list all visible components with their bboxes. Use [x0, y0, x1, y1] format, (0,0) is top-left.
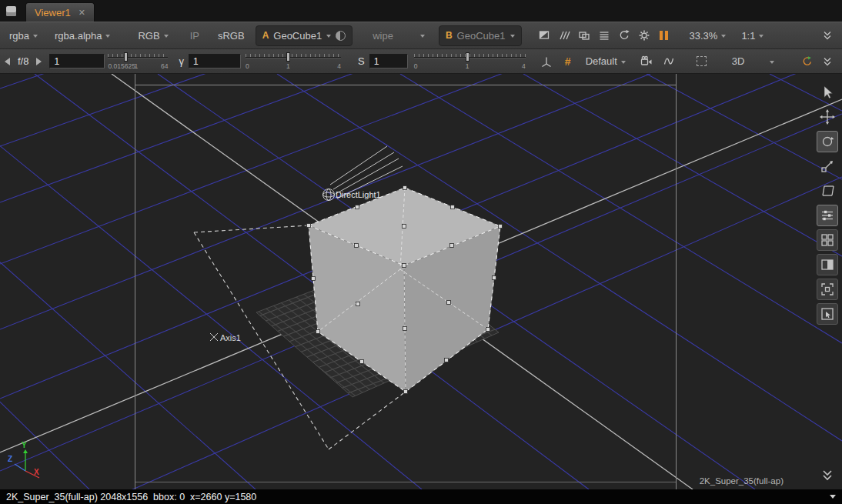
- tab-viewer1[interactable]: Viewer1 ✕: [25, 2, 95, 22]
- next-downrez-icon[interactable]: [36, 58, 42, 65]
- gamma-track: [246, 57, 341, 58]
- scene-svg: DirectLight1 Axis1 Y X Z 2K_Super_35(ful…: [0, 74, 842, 489]
- gain-min-label: 0.015625: [108, 62, 135, 70]
- gain-handle[interactable]: [124, 52, 128, 62]
- wipe-mode-label: wipe: [373, 30, 393, 42]
- toolbar2-overflow-chevron-icon[interactable]: [817, 52, 837, 71]
- stereo-mode-dropdown[interactable]: Default: [581, 53, 630, 69]
- gnomon-y-label: Y: [22, 441, 27, 449]
- gamma-mid-label: 1: [286, 62, 290, 70]
- gain-input[interactable]: 1: [49, 54, 105, 68]
- viewport-3d[interactable]: DirectLight1 Axis1 Y X Z 2K_Super_35(ful…: [0, 74, 842, 489]
- frame-selection-icon[interactable]: [817, 279, 838, 300]
- viewer-toolbar-top: rgba rgba.alpha RGB IP sRGB A GeoCube1 w…: [0, 22, 842, 49]
- gain-mid-label: 1: [134, 62, 138, 70]
- tab-title: Viewer1: [35, 7, 71, 18]
- tab-close-icon[interactable]: ✕: [79, 8, 85, 18]
- gnomon-x-label: X: [34, 468, 39, 476]
- toolbar1-overflow-chevron-icon[interactable]: [817, 26, 837, 45]
- status-info: 2K_Super_35(full-ap) 2048x1556 bbox: 0 x…: [6, 492, 256, 502]
- float-window-icon[interactable]: [574, 26, 594, 45]
- gamma-value: 1: [193, 56, 199, 67]
- wipe-mode-dropdown[interactable]: wipe: [368, 28, 429, 44]
- wipe-blend-toggle-icon[interactable]: [336, 31, 346, 41]
- wipe-stripes-icon[interactable]: [554, 26, 574, 45]
- channel-layer-label: rgba: [9, 30, 29, 42]
- render-update-icon[interactable]: [796, 52, 816, 71]
- proxy-scale-dropdown[interactable]: 1:1: [737, 28, 768, 44]
- saturation-max-label: 4: [522, 62, 526, 70]
- alpha-channel-label: rgba.alpha: [55, 30, 102, 42]
- dropdown-arrow-icon: [326, 35, 331, 38]
- stereo-mode-label: Default: [586, 55, 617, 67]
- input-b-group[interactable]: B GeoCube1: [439, 25, 522, 46]
- skew-tool-icon[interactable]: [817, 180, 838, 202]
- gain-value: 1: [54, 56, 59, 67]
- select-cursor-icon[interactable]: [817, 82, 838, 103]
- dropdown-arrow-icon: [770, 61, 774, 64]
- prev-downrez-icon[interactable]: [5, 58, 10, 65]
- translate-tool-icon[interactable]: [817, 106, 838, 128]
- display-window-icon[interactable]: [534, 26, 554, 45]
- gain-max-label: 64: [161, 62, 168, 70]
- saturation-mid-label: 1: [466, 62, 469, 70]
- camera-icon[interactable]: [637, 52, 657, 71]
- grid-snap-icon[interactable]: #: [558, 52, 578, 71]
- saturation-input[interactable]: 1: [369, 54, 408, 68]
- input-b-letter: B: [446, 30, 453, 41]
- gamma-slider[interactable]: 0 1 4: [246, 51, 341, 72]
- dropdown-arrow-icon: [510, 35, 515, 38]
- dropdown-arrow-icon: [621, 61, 626, 64]
- pause-icon[interactable]: [654, 26, 674, 45]
- viewer-controls-sliders-icon[interactable]: [817, 205, 838, 226]
- saturation-handle[interactable]: [466, 52, 469, 62]
- gamma-max-label: 4: [337, 62, 341, 70]
- dropdown-arrow-icon: [420, 35, 425, 38]
- roi-marquee-icon[interactable]: [692, 52, 712, 71]
- input-a-value[interactable]: GeoCube1: [273, 30, 322, 42]
- axis1-label: Axis1: [220, 333, 241, 342]
- pan-zoom-box-icon[interactable]: [817, 303, 838, 325]
- dropdown-arrow-icon: [164, 35, 169, 38]
- viewer-colorspace-label: sRGB: [218, 30, 245, 42]
- viewer-colorspace-dropdown[interactable]: sRGB: [213, 28, 249, 44]
- sidebar-overflow-chevron-icon[interactable]: [817, 465, 838, 486]
- viewer-side-toolbar: [814, 82, 840, 486]
- saturation-min-label: 0: [414, 62, 418, 70]
- display-style-dropdown[interactable]: RGB: [133, 28, 172, 44]
- alpha-channel-dropdown[interactable]: rgba.alpha: [50, 28, 115, 44]
- tab-bar: Viewer1 ✕: [0, 0, 842, 22]
- gamma-letter: γ: [179, 55, 184, 67]
- input-process-toggle[interactable]: IP: [185, 28, 204, 44]
- view-mode-label: 3D: [732, 55, 745, 67]
- downrez-label: f/8: [18, 55, 28, 67]
- gamma-handle[interactable]: [286, 52, 290, 62]
- zoom-level-dropdown[interactable]: 33.3%: [685, 28, 731, 44]
- input-b-value[interactable]: GeoCube1: [457, 30, 506, 42]
- input-a-letter: A: [262, 30, 269, 41]
- pane-icon[interactable]: [6, 6, 16, 16]
- rotate-tool-icon[interactable]: [817, 131, 838, 152]
- gain-slider[interactable]: 0.015625 1 64: [108, 51, 168, 72]
- scale-tool-icon[interactable]: [817, 155, 838, 177]
- axis-tripod-icon[interactable]: [536, 52, 556, 71]
- dropdown-arrow-icon: [33, 35, 38, 38]
- saturation-letter: S: [358, 55, 365, 67]
- curve-wave-icon[interactable]: [660, 52, 680, 71]
- multiview-layout-icon[interactable]: [817, 229, 838, 251]
- gamma-input[interactable]: 1: [189, 54, 241, 68]
- gamma-min-label: 0: [246, 62, 249, 70]
- refresh-icon[interactable]: [614, 26, 634, 45]
- input-a-group[interactable]: A GeoCube1: [256, 25, 353, 46]
- dropdown-arrow-icon: [105, 35, 110, 38]
- saturation-track: [414, 57, 526, 58]
- saturation-slider[interactable]: 0 1 4: [414, 51, 526, 72]
- statusbar-dropdown-icon[interactable]: [830, 495, 836, 499]
- input-process-label: IP: [190, 30, 199, 42]
- layers-list-icon[interactable]: [594, 26, 614, 45]
- settings-gear-icon[interactable]: [634, 26, 654, 45]
- channel-layer-dropdown[interactable]: rgba: [5, 28, 42, 44]
- split-view-icon[interactable]: [817, 254, 838, 275]
- view-mode-dropdown[interactable]: 3D: [727, 53, 780, 69]
- gain-track: [108, 57, 168, 58]
